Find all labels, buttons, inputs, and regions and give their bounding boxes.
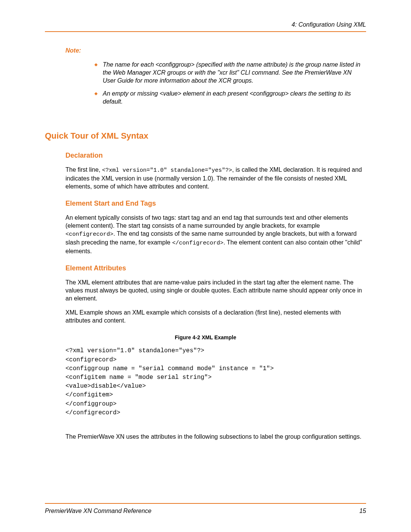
note-item: An empty or missing <value> element in e… — [94, 90, 362, 106]
inline-code: </configrecord> — [172, 240, 223, 246]
inline-code: <configrecord> — [65, 231, 113, 238]
page-footer: PremierWave XN Command Reference 15 — [45, 503, 366, 514]
page-header: 4: Configuration Using XML — [45, 21, 366, 32]
subsection-attributes-title: Element Attributes — [65, 264, 366, 272]
text-fragment: The first line, — [65, 166, 102, 173]
note-list: The name for each <configgroup> (specifi… — [94, 61, 362, 106]
chapter-label: 4: Configuration Using XML — [292, 21, 366, 28]
attributes-para2: XML Example shows an XML example which c… — [65, 308, 366, 324]
attributes-para1: The XML element attributes that are name… — [65, 278, 366, 302]
footer-page-number: 15 — [359, 508, 366, 514]
subsection-declaration-title: Declaration — [65, 152, 366, 160]
closing-text: The PremierWave XN uses the attributes i… — [65, 433, 366, 441]
xml-code-block: <?xml version="1.0" standalone="yes"?> <… — [65, 347, 366, 417]
inline-code: <?xml version="1.0" standalone="yes"?> — [102, 167, 232, 174]
tags-text: An element typically consists of two tag… — [65, 214, 366, 255]
subsection-tags-title: Element Start and End Tags — [65, 200, 366, 208]
text-fragment: An element typically consists of two tag… — [65, 214, 348, 229]
note-item: The name for each <configgroup> (specifi… — [94, 61, 362, 85]
section-title: Quick Tour of XML Syntax — [45, 131, 366, 141]
note-label: Note: — [65, 47, 366, 54]
figure-caption: Figure 4-2 XML Example — [45, 334, 366, 340]
page-container: 4: Configuration Using XML Note: The nam… — [0, 0, 411, 532]
declaration-text: The first line, <?xml version="1.0" stan… — [65, 166, 366, 190]
footer-doc-title: PremierWave XN Command Reference — [45, 508, 151, 514]
